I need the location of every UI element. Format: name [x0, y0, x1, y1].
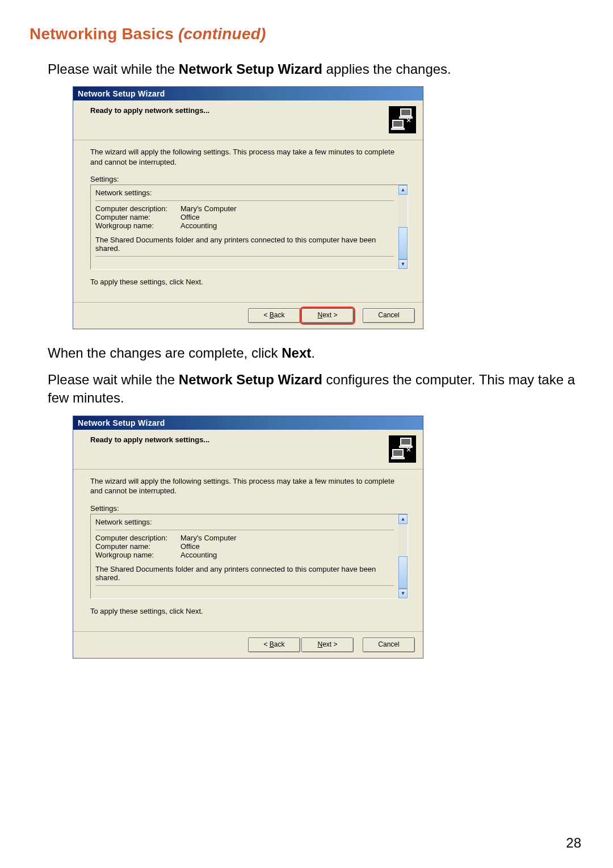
mid2-bold: Network Setup Wizard — [179, 372, 322, 387]
row-computer-description: Computer description: Mary's Computer — [95, 534, 394, 542]
wizard-body-intro: The wizard will apply the following sett… — [90, 147, 406, 167]
cancel-button[interactable]: Cancel — [363, 638, 415, 652]
mid-paragraph-2: Please wait while the Network Setup Wiza… — [48, 371, 583, 408]
wizard-header-title: Ready to apply network settings... — [90, 435, 415, 444]
intro1-pre: Please wait while the — [48, 61, 179, 77]
mid2-pre: Please wait while the — [48, 372, 179, 387]
desc-label: Computer description: — [95, 534, 180, 542]
scroll-up-icon[interactable]: ▲ — [398, 185, 408, 195]
section-title-em: (continued) — [178, 25, 266, 43]
name-value: Office — [180, 213, 200, 221]
wizard-dialog-2: Network Setup Wizard Ready to apply netw… — [73, 416, 423, 659]
desc-label: Computer description: — [95, 204, 180, 213]
row-computer-name: Computer name: Office — [95, 213, 394, 221]
scroll-thumb[interactable] — [398, 227, 408, 259]
desc-value: Mary's Computer — [180, 534, 237, 542]
row-computer-description: Computer description: Mary's Computer — [95, 204, 394, 213]
next-button[interactable]: Next > — [301, 308, 354, 323]
settings-label: Settings: — [90, 175, 406, 183]
svg-rect-5 — [393, 121, 402, 127]
divider — [95, 200, 394, 201]
intro-paragraph-1: Please wait while the Network Setup Wiza… — [48, 60, 583, 78]
settings-heading: Network settings: — [95, 188, 394, 197]
scroll-thumb[interactable] — [398, 556, 408, 589]
intro1-post: applies the changes. — [322, 61, 451, 77]
scroll-track[interactable] — [398, 524, 408, 589]
mid1-bold: Next — [282, 345, 311, 360]
back-button[interactable]: < Back — [248, 308, 300, 323]
divider — [95, 585, 394, 586]
scroll-track[interactable] — [398, 195, 408, 259]
name-label: Computer name: — [95, 213, 180, 221]
wg-value: Accounting — [180, 551, 217, 559]
wizard-footer: < Back Next > Cancel — [73, 631, 423, 658]
wizard-body: The wizard will apply the following sett… — [73, 469, 423, 631]
svg-rect-6 — [391, 128, 405, 130]
wizard-body: The wizard will apply the following sett… — [73, 140, 423, 302]
wizard-header: Ready to apply network settings... — [73, 430, 423, 469]
name-value: Office — [180, 542, 200, 551]
cancel-button[interactable]: Cancel — [363, 308, 415, 323]
mid1-post: . — [311, 345, 315, 360]
scrollbar[interactable]: ▲ ▼ — [398, 184, 408, 270]
back-button[interactable]: < Back — [248, 638, 300, 652]
apply-note: To apply these settings, click Next. — [90, 607, 406, 615]
svg-rect-12 — [393, 450, 402, 456]
scroll-down-icon[interactable]: ▼ — [398, 259, 408, 269]
wizard-dialog-1: Network Setup Wizard Ready to apply netw… — [73, 86, 423, 329]
page-number: 28 — [566, 835, 581, 851]
wizard-body-intro: The wizard will apply the following sett… — [90, 476, 406, 496]
intro1-bold: Network Setup Wizard — [179, 61, 322, 77]
row-workgroup-name: Workgroup name: Accounting — [95, 551, 394, 559]
name-label: Computer name: — [95, 542, 180, 551]
svg-rect-13 — [391, 457, 405, 459]
wg-label: Workgroup name: — [95, 551, 180, 559]
wizard-title: Network Setup Wizard — [78, 89, 165, 98]
scrollbar[interactable]: ▲ ▼ — [398, 514, 408, 599]
scroll-up-icon[interactable]: ▲ — [398, 514, 408, 524]
wizard-header-title: Ready to apply network settings... — [90, 106, 415, 115]
divider — [95, 256, 394, 257]
section-title: Networking Basics (continued) — [30, 25, 583, 43]
row-workgroup-name: Workgroup name: Accounting — [95, 221, 394, 230]
spacer — [95, 230, 394, 236]
svg-rect-10 — [399, 446, 413, 448]
wizard-header: Ready to apply network settings... — [73, 100, 423, 140]
apply-note: To apply these settings, click Next. — [90, 278, 406, 286]
spacer — [95, 559, 394, 565]
next-button[interactable]: Next > — [301, 638, 354, 652]
settings-content: Network settings: Computer description: … — [90, 184, 398, 270]
row-computer-name: Computer name: Office — [95, 542, 394, 551]
network-computers-icon — [388, 434, 417, 464]
section-title-text: Networking Basics — [30, 25, 178, 43]
settings-textbox: Network settings: Computer description: … — [90, 514, 408, 599]
wg-label: Workgroup name: — [95, 221, 180, 230]
settings-content: Network settings: Computer description: … — [90, 514, 398, 599]
shared-note: The Shared Documents folder and any prin… — [95, 565, 394, 582]
wizard-footer: < Back Next > Cancel — [73, 302, 423, 329]
network-computers-icon — [388, 105, 417, 135]
wizard-titlebar[interactable]: Network Setup Wizard — [73, 416, 423, 430]
settings-label: Settings: — [90, 504, 406, 513]
mid1-pre: When the changes are complete, click — [48, 345, 282, 360]
scroll-down-icon[interactable]: ▼ — [398, 589, 408, 598]
svg-rect-2 — [401, 110, 410, 115]
svg-rect-3 — [399, 116, 413, 119]
svg-rect-9 — [401, 439, 410, 445]
wizard-titlebar[interactable]: Network Setup Wizard — [73, 87, 423, 100]
settings-heading: Network settings: — [95, 518, 394, 526]
shared-note: The Shared Documents folder and any prin… — [95, 236, 394, 253]
desc-value: Mary's Computer — [180, 204, 237, 213]
wizard-title: Network Setup Wizard — [78, 418, 165, 427]
divider — [95, 530, 394, 530]
settings-textbox: Network settings: Computer description: … — [90, 184, 408, 270]
wg-value: Accounting — [180, 221, 217, 230]
mid-paragraph-1: When the changes are complete, click Nex… — [48, 344, 583, 362]
